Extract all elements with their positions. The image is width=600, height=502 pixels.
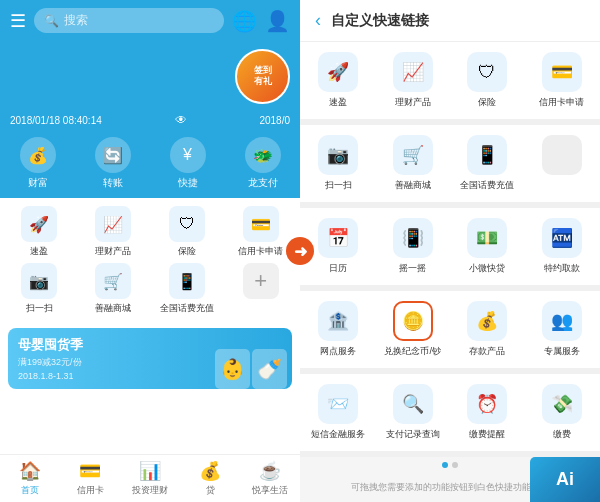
baby2-icon: 🍼 (252, 349, 287, 389)
right-header: ‹ 自定义快速链接 (300, 0, 600, 42)
date-text2: 2018/0 (259, 115, 290, 126)
right-item-sms[interactable]: 📨 短信金融服务 (305, 384, 372, 441)
globe-icon[interactable]: 🌐 (232, 9, 257, 33)
creditcard-label: 信用卡申请 (238, 245, 283, 258)
right-item-recharge[interactable]: 📱 全国话费充值 (454, 135, 521, 192)
right-item-exclusive[interactable]: 👥 专属服务 (529, 301, 596, 358)
left-panel: ☰ 🔍 搜索 🌐 👤 签到有礼 2018/01/18 08:40:14 👁 20… (0, 0, 300, 502)
nav-loan[interactable]: 💰 贷 (180, 460, 240, 497)
right-item-payment-history[interactable]: 🔍 支付记录查询 (380, 384, 447, 441)
dot-active (442, 462, 448, 468)
licai-icon: 📈 (95, 206, 131, 242)
ai-button[interactable]: Ai (530, 457, 600, 502)
back-icon[interactable]: ‹ (315, 10, 321, 31)
menu-add[interactable]: + (226, 263, 295, 315)
menu-insurance[interactable]: 🛡 保险 (153, 206, 222, 258)
right-item-shake[interactable]: 📳 摇一摇 (380, 218, 447, 275)
menu-licai[interactable]: 📈 理财产品 (79, 206, 148, 258)
search-placeholder: 搜索 (64, 12, 88, 29)
r-network-icon: 🏦 (318, 301, 358, 341)
right-item-calendar[interactable]: 📅 日历 (305, 218, 372, 275)
loan-label: 贷 (206, 484, 215, 497)
r-calendar-label: 日历 (329, 262, 347, 275)
suying-label: 速盈 (30, 245, 48, 258)
date-row: 2018/01/18 08:40:14 👁 2018/0 (0, 111, 300, 132)
menu-recharge[interactable]: 📱 全国话费充值 (153, 263, 222, 315)
hamburger-icon[interactable]: ☰ (10, 10, 26, 32)
badge-image: 签到有礼 (235, 49, 290, 104)
right-item-licai[interactable]: 📈 理财产品 (380, 52, 447, 109)
arrow-divider: ➜ (286, 237, 314, 265)
white-section: 🚀 速盈 📈 理财产品 🛡 保险 💳 信用卡申请 📷 扫一扫 (0, 198, 300, 502)
licai-label: 理财产品 (95, 245, 131, 258)
menu-grid: 🚀 速盈 📈 理财产品 🛡 保险 💳 信用卡申请 📷 扫一扫 (0, 198, 300, 323)
banner-area: 签到有礼 (0, 41, 300, 111)
r-empty-icon (542, 135, 582, 175)
recharge-icon: 📱 (169, 263, 205, 299)
r-suying-icon: 🚀 (318, 52, 358, 92)
right-item-microloan[interactable]: 💵 小微快贷 (454, 218, 521, 275)
menu-shopping[interactable]: 🛒 善融商城 (79, 263, 148, 315)
nav-invest[interactable]: 📊 投资理财 (120, 460, 180, 497)
quick-action-quick[interactable]: ¥ 快捷 (170, 137, 206, 190)
nav-life[interactable]: ☕ 悦享生活 (240, 460, 300, 497)
quick-action-transfer[interactable]: 🔄 转账 (95, 137, 131, 190)
search-bar[interactable]: 🔍 搜索 (34, 8, 224, 33)
r-fee-icon: 💸 (542, 384, 582, 424)
menu-scan[interactable]: 📷 扫一扫 (5, 263, 74, 315)
right-item-creditcard[interactable]: 💳 信用卡申请 (529, 52, 596, 109)
r-payment-icon: 🔍 (393, 384, 433, 424)
right-item-fee[interactable]: 💸 缴费 (529, 384, 596, 441)
r-shake-label: 摇一摇 (399, 262, 426, 275)
bottom-nav: 🏠 首页 💳 信用卡 📊 投资理财 💰 贷 ☕ 悦享生活 (0, 454, 300, 502)
nav-home[interactable]: 🏠 首页 (0, 460, 60, 497)
eye-icon[interactable]: 👁 (175, 113, 187, 127)
right-item-network[interactable]: 🏦 网点服务 (305, 301, 372, 358)
r-exclusive-icon: 👥 (542, 301, 582, 341)
menu-suying[interactable]: 🚀 速盈 (5, 206, 74, 258)
right-panel: ‹ 自定义快速链接 🚀 速盈 📈 理财产品 🛡 保险 💳 信用卡申请 (300, 0, 600, 502)
right-item-scan[interactable]: 📷 扫一扫 (305, 135, 372, 192)
invest-label: 投资理财 (132, 484, 168, 497)
right-item-reminder[interactable]: ⏰ 缴费提醒 (454, 384, 521, 441)
r-reminder-label: 缴费提醒 (469, 428, 505, 441)
r-network-label: 网点服务 (320, 345, 356, 358)
right-item-coin[interactable]: 🪙 兑换纪念币/钞 (380, 301, 447, 358)
right-item-deposit[interactable]: 💰 存款产品 (454, 301, 521, 358)
r-calendar-icon: 📅 (318, 218, 358, 258)
right-item-suying[interactable]: 🚀 速盈 (305, 52, 372, 109)
r-suying-label: 速盈 (329, 96, 347, 109)
home-icon: 🏠 (19, 460, 41, 482)
right-item-shopping[interactable]: 🛒 善融商城 (380, 135, 447, 192)
suying-icon: 🚀 (21, 206, 57, 242)
promo-sub: 满199减32元/份 (18, 356, 83, 369)
r-withdrawal-icon: 🏧 (542, 218, 582, 258)
r-fee-label: 缴费 (553, 428, 571, 441)
quick-action-longpay[interactable]: 🐲 龙支付 (245, 137, 281, 190)
r-deposit-label: 存款产品 (469, 345, 505, 358)
menu-creditcard[interactable]: 💳 信用卡申请 (226, 206, 295, 258)
r-sms-icon: 📨 (318, 384, 358, 424)
r-scan-icon: 📷 (318, 135, 358, 175)
r-creditcard-label: 信用卡申请 (539, 96, 584, 109)
promo-title: 母婴囤货季 (18, 336, 83, 354)
quick-actions: 💰 财富 🔄 转账 ¥ 快捷 🐲 龙支付 (0, 132, 300, 198)
r-sms-label: 短信金融服务 (311, 428, 365, 441)
transfer-label: 转账 (103, 176, 123, 190)
r-recharge-label: 全国话费充值 (460, 179, 514, 192)
wealth-label: 财富 (28, 176, 48, 190)
quick-action-wealth[interactable]: 💰 财富 (20, 137, 56, 190)
right-grid-row2: 📷 扫一扫 🛒 善融商城 📱 全国话费充值 (300, 125, 600, 208)
left-header: ☰ 🔍 搜索 🌐 👤 (0, 0, 300, 41)
nav-creditcard[interactable]: 💳 信用卡 (60, 460, 120, 497)
avatar-icon[interactable]: 👤 (265, 9, 290, 33)
shopping-label: 善融商城 (95, 302, 131, 315)
recharge-label: 全国话费充值 (160, 302, 214, 315)
right-item-insurance[interactable]: 🛡 保险 (454, 52, 521, 109)
right-item-withdrawal[interactable]: 🏧 特约取款 (529, 218, 596, 275)
quick-icon: ¥ (170, 137, 206, 173)
r-microloan-label: 小微快贷 (469, 262, 505, 275)
scan-icon: 📷 (21, 263, 57, 299)
promo-banner[interactable]: 母婴囤货季 满199减32元/份 2018.1.8-1.31 👶 🍼 (8, 328, 292, 389)
longpay-icon: 🐲 (245, 137, 281, 173)
